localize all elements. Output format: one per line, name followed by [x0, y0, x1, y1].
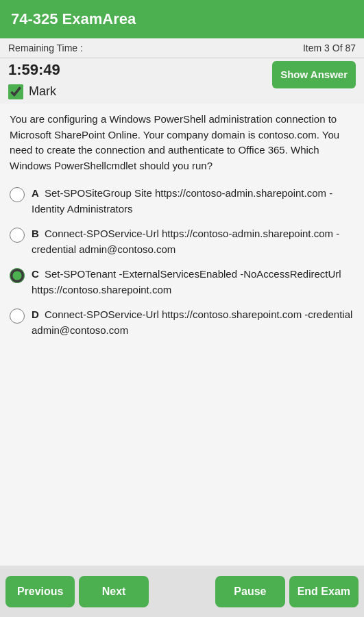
option-radio-b[interactable] — [10, 228, 25, 243]
previous-button[interactable]: Previous — [5, 576, 75, 607]
app-header: 74-325 ExamArea — [0, 0, 364, 38]
question-text: You are configuring a Windows PowerShell… — [10, 112, 354, 173]
option-radio-d[interactable] — [10, 308, 25, 324]
mark-label[interactable]: Mark — [29, 84, 56, 99]
mark-row: Mark — [8, 83, 60, 99]
remaining-time-label: Remaining Time : — [8, 43, 83, 53]
option-radio-c[interactable] — [10, 268, 25, 283]
option-radio-a[interactable] — [10, 187, 25, 202]
timer-left: 1:59:49 Mark — [8, 61, 60, 99]
option-row-b: B Connect-SPOService-Url https://contoso… — [10, 226, 354, 257]
timer-value: 1:59:49 — [8, 61, 60, 79]
options-container: A Set-SPOSiteGroup Site https://contoso-… — [10, 186, 354, 338]
app-title: 74-325 ExamArea — [11, 10, 136, 28]
option-text-d: D Connect-SPOService-Url https://contoso… — [32, 307, 354, 338]
option-row-a: A Set-SPOSiteGroup Site https://contoso-… — [10, 186, 354, 217]
end-exam-button[interactable]: End Exam — [289, 576, 359, 607]
timer-row: 1:59:49 Mark Show Answer — [0, 58, 364, 104]
option-text-a: A Set-SPOSiteGroup Site https://contoso-… — [32, 186, 354, 217]
option-text-b: B Connect-SPOService-Url https://contoso… — [32, 226, 354, 257]
pause-button[interactable]: Pause — [215, 576, 284, 607]
main-content: You are configuring a Windows PowerShell… — [0, 104, 364, 566]
sub-header: Remaining Time : Item 3 Of 87 — [0, 38, 364, 58]
option-row-d: D Connect-SPOService-Url https://contoso… — [10, 307, 354, 338]
option-text-c: C Set-SPOTenant -ExternalServicesEnabled… — [32, 267, 354, 298]
mark-checkbox[interactable] — [8, 84, 23, 99]
show-answer-button[interactable]: Show Answer — [272, 61, 356, 88]
footer: Previous Next Pause End Exam — [0, 566, 364, 617]
option-row-c: C Set-SPOTenant -ExternalServicesEnabled… — [10, 267, 354, 298]
item-info: Item 3 Of 87 — [303, 43, 356, 53]
next-button[interactable]: Next — [79, 576, 148, 607]
